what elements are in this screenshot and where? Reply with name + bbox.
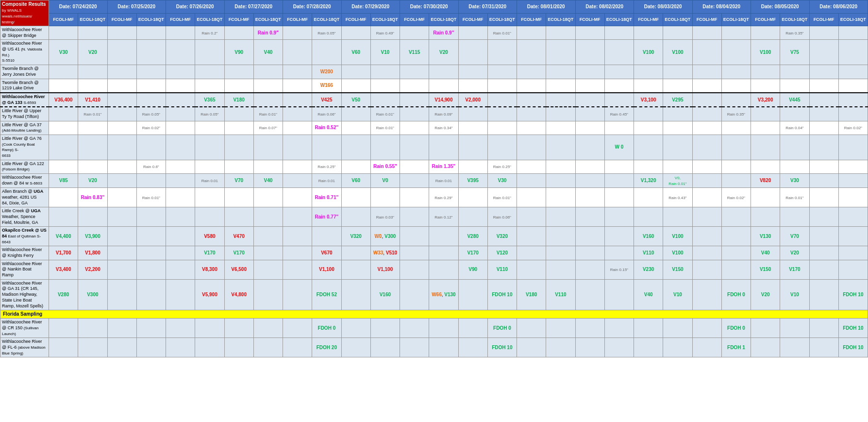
data-cell: V3,400 [49, 260, 78, 279]
data-cell [400, 207, 429, 227]
data-cell: Rain 0.01" [78, 107, 107, 121]
data-cell [107, 135, 136, 160]
data-cell [458, 26, 487, 40]
data-cell: Rain 0.43" [663, 188, 692, 207]
data-cell [663, 65, 692, 79]
data-cell [721, 135, 751, 160]
data-cell [283, 160, 312, 173]
data-cell [107, 26, 136, 40]
data-cell: V20 [78, 40, 107, 65]
data-cell [692, 227, 721, 246]
data-cell [107, 319, 136, 338]
data-cell [517, 246, 546, 260]
data-cell [429, 338, 458, 357]
data-cell [166, 207, 195, 227]
data-cell [751, 26, 780, 40]
data-cell [575, 260, 604, 279]
data-cell [136, 40, 166, 65]
data-cell [721, 40, 751, 65]
data-cell [400, 93, 429, 107]
data-cell [458, 79, 487, 93]
data-cell: V30 [487, 174, 517, 188]
data-cell: V280 [458, 227, 487, 246]
florida-sampling-row: Florida Sampling [0, 310, 868, 319]
data-cell: V90 [224, 40, 253, 65]
data-cell: V70 [224, 174, 253, 188]
data-cell [634, 338, 663, 357]
data-cell: V150 [663, 260, 692, 279]
data-cell [370, 65, 400, 79]
subheader-fcoli-12: FCOLI-MF [692, 14, 721, 26]
data-cell [546, 160, 575, 173]
data-cell: W0, V300 [370, 227, 400, 246]
data-cell [517, 260, 546, 279]
data-cell [634, 79, 663, 93]
data-cell: V120 [487, 246, 517, 260]
data-cell [253, 93, 283, 107]
data-cell [751, 65, 780, 79]
data-cell [517, 65, 546, 79]
table-row: Little River @ GA 122(Folsom Bridge) Rai… [0, 160, 868, 173]
data-cell [136, 26, 166, 40]
data-cell: V2,000 [458, 93, 487, 107]
data-cell [692, 107, 721, 121]
data-cell [78, 319, 107, 338]
data-cell [49, 79, 78, 93]
data-cell [136, 338, 166, 357]
subheader-ecoli-5: ECOLI-18QT [312, 14, 341, 26]
subheader-ecoli-11: ECOLI-18QT [663, 14, 692, 26]
data-cell [751, 319, 780, 338]
data-cell: V100 [634, 40, 663, 65]
data-cell: Rain 0.12" [429, 207, 458, 227]
date-header-0804: Date: 08/04/2020 [692, 0, 751, 14]
data-cell [634, 319, 663, 338]
subheader-fcoli-9: FCOLI-MF [517, 14, 546, 26]
data-cell [341, 65, 370, 79]
table-row: Little River @ UpperTy Ty Road (Tifton) … [0, 107, 868, 121]
data-cell [195, 79, 224, 93]
data-cell [253, 260, 283, 279]
data-cell [166, 65, 195, 79]
data-cell [517, 93, 546, 107]
data-cell [49, 207, 78, 227]
data-cell: V60 [341, 174, 370, 188]
data-cell [604, 65, 634, 79]
data-cell [49, 188, 78, 207]
data-cell: V320 [341, 227, 370, 246]
data-cell [575, 207, 604, 227]
location-cell: Withlacoochee River@ Skipper Bridge [0, 26, 49, 40]
data-cell [751, 160, 780, 173]
data-cell [458, 207, 487, 227]
data-cell [809, 26, 838, 40]
data-cell [809, 279, 838, 310]
data-cell [166, 319, 195, 338]
data-cell [78, 160, 107, 173]
data-cell [166, 160, 195, 173]
data-cell [253, 135, 283, 160]
table-row: Withlacoochee River@ Skipper Bridge Rain… [0, 26, 868, 40]
data-cell [458, 160, 487, 173]
location-cell: Allen Branch @ UGAweather, 4281 US84, Di… [0, 188, 49, 207]
data-cell: Rain 0.2" [195, 26, 224, 40]
data-cell [341, 319, 370, 338]
data-cell: V670 [312, 246, 341, 260]
data-cell [283, 26, 312, 40]
data-cell [663, 107, 692, 121]
data-cell [721, 160, 751, 173]
data-cell: FDOH 0 [312, 319, 341, 338]
data-cell [283, 227, 312, 246]
date-header-0729: Date: 07/29/2020 [341, 0, 400, 14]
data-cell [809, 121, 838, 135]
data-cell [107, 188, 136, 207]
data-cell [838, 188, 868, 207]
data-cell [575, 40, 604, 65]
data-cell [78, 121, 107, 135]
subheader-fcoli-10: FCOLI-MF [575, 14, 604, 26]
data-cell [341, 260, 370, 279]
data-cell: Rain 0.45" [604, 107, 634, 121]
data-cell: V170 [195, 246, 224, 260]
data-cell [49, 26, 78, 40]
data-cell [692, 93, 721, 107]
data-cell [400, 227, 429, 246]
data-cell: Rain 0.35" [721, 107, 751, 121]
